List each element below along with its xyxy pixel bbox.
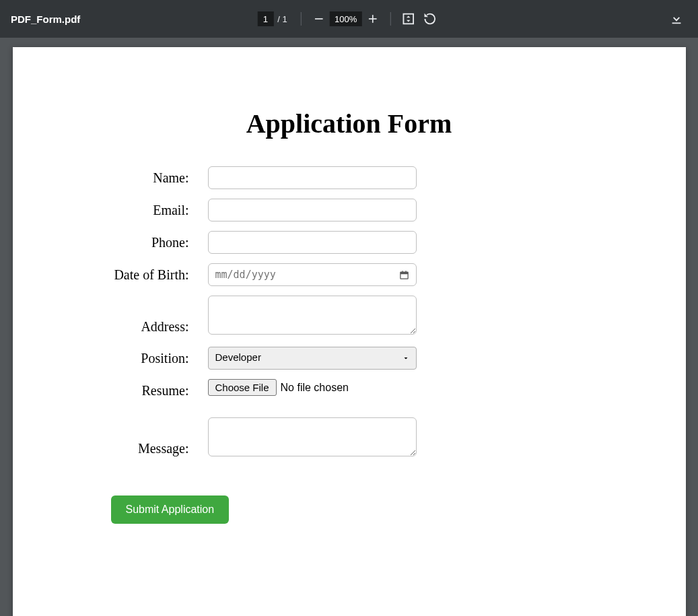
- name-field[interactable]: [208, 166, 417, 189]
- minus-icon: [312, 12, 326, 26]
- dob-field[interactable]: mm/dd/yyyy: [208, 263, 417, 286]
- page-total: / 1: [273, 14, 293, 24]
- position-select[interactable]: Developer: [208, 347, 417, 370]
- choose-file-button[interactable]: Choose File: [208, 379, 277, 396]
- calendar-icon: [399, 270, 409, 280]
- row-dob: Date of Birth: mm/dd/yyyy: [87, 263, 612, 286]
- fit-page-icon: [401, 11, 416, 26]
- download-icon: [669, 11, 684, 26]
- label-resume: Resume:: [87, 379, 208, 399]
- svg-rect-2: [372, 15, 374, 23]
- pdf-toolbar: PDF_Form.pdf / 1: [0, 0, 698, 38]
- toolbar-right: [666, 8, 687, 30]
- label-name: Name:: [87, 166, 208, 186]
- label-dob: Date of Birth:: [87, 263, 208, 283]
- svg-rect-6: [402, 271, 403, 273]
- label-position: Position:: [87, 347, 208, 366]
- divider: [390, 12, 391, 26]
- filename: PDF_Form.pdf: [11, 13, 80, 25]
- svg-rect-0: [315, 18, 323, 20]
- pdf-page: Application Form Name: Email: Phone: Dat…: [13, 47, 686, 616]
- zoom-level-input[interactable]: [330, 11, 362, 26]
- page-total-value: 1: [283, 14, 287, 24]
- divider: [301, 12, 302, 26]
- label-address: Address:: [87, 319, 208, 337]
- phone-field[interactable]: [208, 231, 417, 254]
- row-phone: Phone:: [87, 231, 612, 254]
- pdf-viewport[interactable]: Application Form Name: Email: Phone: Dat…: [0, 38, 698, 616]
- plus-icon: [366, 12, 380, 26]
- zoom-out-button[interactable]: [308, 8, 330, 30]
- svg-rect-3: [403, 14, 413, 24]
- svg-rect-7: [405, 271, 406, 273]
- message-field[interactable]: [208, 417, 417, 456]
- page-number-input[interactable]: [257, 11, 273, 26]
- zoom-in-button[interactable]: [362, 8, 384, 30]
- row-position: Position: Developer: [87, 347, 612, 370]
- row-address: Address:: [87, 296, 612, 337]
- address-field[interactable]: [208, 296, 417, 335]
- label-message: Message:: [87, 441, 208, 459]
- fit-page-button[interactable]: [398, 8, 419, 30]
- rotate-button[interactable]: [419, 8, 441, 30]
- submit-button[interactable]: Submit Application: [111, 495, 230, 524]
- download-button[interactable]: [666, 8, 687, 30]
- row-email: Email:: [87, 199, 612, 221]
- rotate-icon: [423, 11, 438, 26]
- row-resume: Resume: Choose File No file chosen: [87, 379, 612, 399]
- email-field[interactable]: [208, 199, 417, 221]
- row-name: Name:: [87, 166, 612, 189]
- dob-placeholder: mm/dd/yyyy: [215, 269, 276, 281]
- svg-rect-5: [400, 272, 407, 274]
- row-message: Message:: [87, 417, 612, 459]
- page-title: Application Form: [87, 108, 612, 139]
- toolbar-center: / 1: [257, 8, 440, 30]
- label-email: Email:: [87, 199, 208, 218]
- label-phone: Phone:: [87, 231, 208, 250]
- file-status-text: No file chosen: [281, 382, 349, 394]
